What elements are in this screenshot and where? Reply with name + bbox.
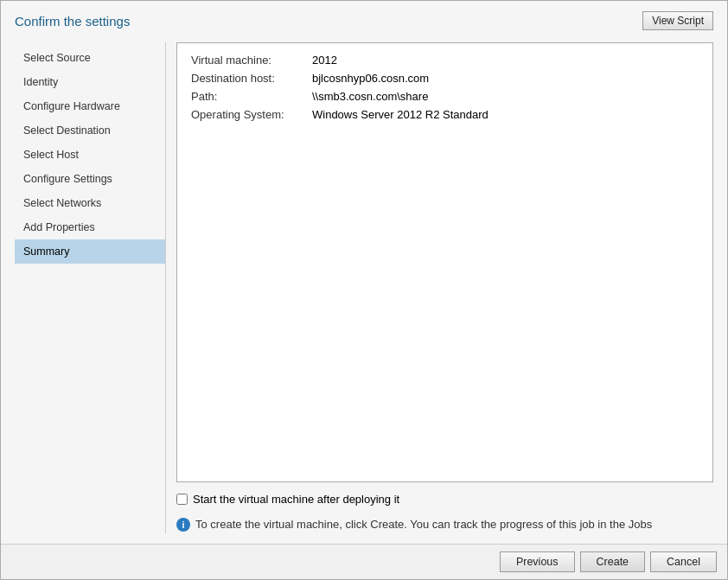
sidebar-item-select-networks[interactable]: Select Networks [15,191,165,215]
view-script-button[interactable]: View Script [642,11,713,30]
sidebar-item-select-host[interactable]: Select Host [15,143,165,167]
info-text: To create the virtual machine, click Cre… [195,518,652,531]
summary-label-os: Operating System: [191,108,312,121]
summary-box: Virtual machine: 2012 Destination host: … [176,42,713,482]
sidebar: Select Source Identity Configure Hardwar… [15,42,166,533]
summary-row-path: Path: \\smb3.cosn.com\share [191,90,699,103]
sidebar-item-select-source[interactable]: Select Source [15,46,165,70]
summary-row-os: Operating System: Windows Server 2012 R2… [191,108,699,121]
info-row: i To create the virtual machine, click C… [176,516,713,533]
main-content-area: Confirm the settings View Script Select … [1,1,727,544]
sidebar-item-select-destination[interactable]: Select Destination [15,118,165,143]
summary-value-vm: 2012 [312,54,337,67]
summary-value-os: Windows Server 2012 R2 Standard [312,108,489,121]
sidebar-item-add-properties[interactable]: Add Properties [15,215,165,239]
start-vm-checkbox-row: Start the virtual machine after deployin… [176,489,713,509]
create-button[interactable]: Create [580,551,646,572]
summary-value-dest-host: bjlcosnhyp06.cosn.com [312,72,429,85]
summary-row-dest-host: Destination host: bjlcosnhyp06.cosn.com [191,72,699,85]
dialog-footer: Previous Create Cancel [1,544,727,579]
summary-row-vm: Virtual machine: 2012 [191,54,699,67]
cancel-button[interactable]: Cancel [650,551,717,572]
summary-value-path: \\smb3.cosn.com\share [312,90,428,103]
sidebar-item-configure-settings[interactable]: Configure Settings [15,167,165,191]
summary-label-path: Path: [191,90,312,103]
start-vm-label: Start the virtual machine after deployin… [193,493,399,506]
sidebar-item-configure-hardware[interactable]: Configure Hardware [15,94,165,118]
sidebar-item-identity[interactable]: Identity [15,70,165,94]
start-vm-checkbox[interactable] [176,494,188,505]
page-title: Confirm the settings [15,14,130,29]
main-header: Confirm the settings View Script [15,11,713,30]
summary-label-dest-host: Destination host: [191,72,312,85]
summary-label-vm: Virtual machine: [191,54,312,67]
dialog-window: Confirm the settings View Script Select … [0,0,728,580]
previous-button[interactable]: Previous [500,551,575,572]
sidebar-item-summary[interactable]: Summary [15,239,165,264]
info-icon: i [176,518,190,532]
